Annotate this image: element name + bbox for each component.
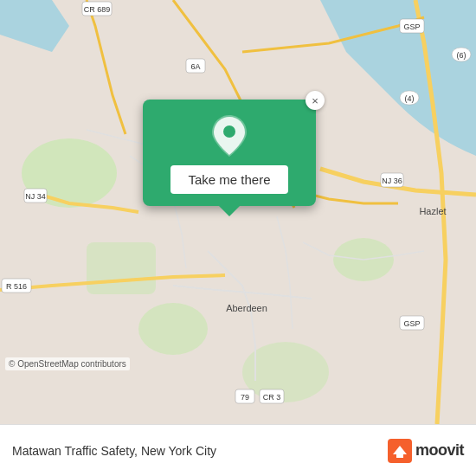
moovit-icon xyxy=(388,439,412,463)
osm-attribution: © OpenStreetMap contributors xyxy=(5,357,130,370)
svg-text:NJ 34: NJ 34 xyxy=(25,192,46,201)
svg-rect-4 xyxy=(87,242,156,294)
svg-text:Aberdeen: Aberdeen xyxy=(226,303,267,313)
svg-text:6A: 6A xyxy=(190,62,200,71)
close-button[interactable]: × xyxy=(306,91,325,110)
location-title: Matawan Traffic Safety, New York City xyxy=(12,444,379,458)
svg-text:(4): (4) xyxy=(405,94,415,103)
map-container: GSP GSP NJ 36 NJ 34 R 516 CR 689 6A (3) … xyxy=(0,0,476,424)
svg-text:R 516: R 516 xyxy=(6,282,27,291)
svg-point-2 xyxy=(138,303,208,355)
moovit-logo: moovit xyxy=(388,439,464,463)
svg-text:NJ 36: NJ 36 xyxy=(382,177,402,185)
svg-text:CR 689: CR 689 xyxy=(84,5,111,14)
svg-text:CR 3: CR 3 xyxy=(263,393,281,402)
popup-card: × Take me there xyxy=(143,100,316,206)
svg-text:(6): (6) xyxy=(457,51,466,60)
svg-text:GSP: GSP xyxy=(403,319,420,328)
svg-text:GSP: GSP xyxy=(403,23,420,31)
location-icon xyxy=(209,115,250,157)
moovit-brand-text: moovit xyxy=(415,441,464,460)
bottom-bar: Matawan Traffic Safety, New York City mo… xyxy=(0,424,476,476)
svg-text:Hazlet: Hazlet xyxy=(419,206,446,216)
take-me-there-button[interactable]: Take me there xyxy=(170,165,287,194)
svg-text:79: 79 xyxy=(241,393,249,402)
svg-point-32 xyxy=(223,125,235,138)
